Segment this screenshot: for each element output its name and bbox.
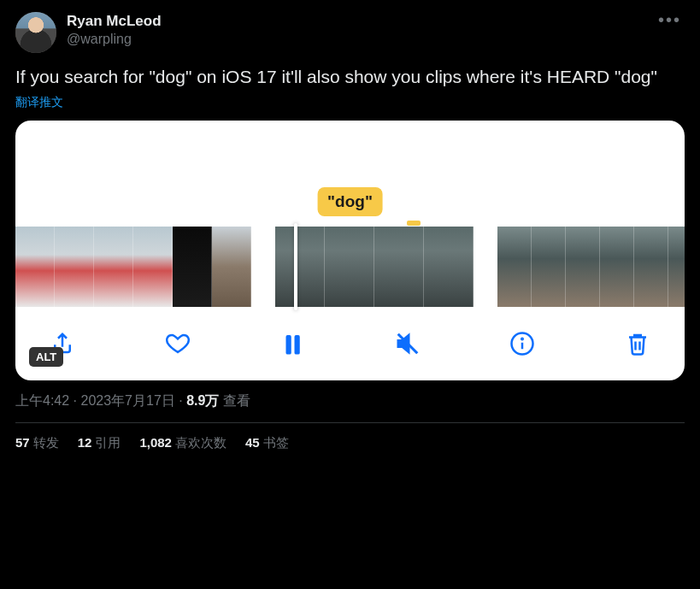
thumbnail[interactable] [374, 227, 424, 307]
clip-group-3[interactable] [497, 227, 685, 307]
thumbnail[interactable] [424, 227, 474, 307]
likes-stat[interactable]: 1,082喜欢次数 [139, 435, 226, 451]
alt-badge[interactable]: ALT [29, 347, 63, 367]
thumbnail[interactable] [325, 227, 374, 307]
tweet-text: If you search for "dog" on iOS 17 it'll … [15, 65, 685, 89]
thumbnail[interactable] [566, 227, 600, 307]
tweet-meta: 上午4:42 · 2023年7月17日 · 8.9万 查看 [15, 392, 685, 423]
svg-rect-0 [286, 335, 291, 355]
bookmarks-stat[interactable]: 45书签 [245, 435, 289, 451]
thumbnail[interactable] [15, 227, 55, 307]
thumbnail[interactable] [212, 227, 251, 307]
mute-icon[interactable] [393, 329, 422, 358]
tweet-time[interactable]: 上午4:42 [15, 393, 69, 408]
clip-group-1[interactable] [15, 227, 251, 307]
media-attachment[interactable]: "dog" [15, 121, 685, 380]
playhead[interactable] [294, 223, 297, 310]
thumbnail[interactable] [668, 227, 685, 307]
clip-group-2[interactable] [275, 227, 474, 307]
more-icon[interactable]: ••• [655, 12, 685, 27]
display-name[interactable]: Ryan McLeod [67, 12, 644, 31]
handle[interactable]: @warpling [67, 31, 644, 49]
views-label: 查看 [219, 393, 250, 408]
caption-bubble: "dog" [317, 187, 383, 216]
caption-marker [407, 221, 421, 226]
translate-link[interactable]: 翻译推文 [15, 95, 63, 110]
heart-icon[interactable] [163, 329, 192, 358]
retweets-stat[interactable]: 57转发 [15, 435, 59, 451]
thumbnail[interactable] [497, 227, 532, 307]
thumbnail[interactable] [532, 227, 566, 307]
tweet-header: Ryan McLeod @warpling ••• [15, 12, 685, 53]
thumbnail[interactable] [634, 227, 668, 307]
thumbnail[interactable] [94, 227, 133, 307]
trash-icon[interactable] [623, 329, 652, 358]
info-icon[interactable] [508, 329, 537, 358]
avatar[interactable] [15, 12, 56, 53]
thumbnail[interactable] [133, 227, 173, 307]
tweet-stats: 57转发 12引用 1,082喜欢次数 45书签 [15, 423, 685, 451]
pause-icon[interactable] [278, 329, 307, 358]
views-count[interactable]: 8.9万 [186, 393, 219, 408]
thumbnail[interactable] [600, 227, 634, 307]
tweet-container: Ryan McLeod @warpling ••• If you search … [0, 0, 700, 460]
thumbnail[interactable] [275, 227, 325, 307]
author-names: Ryan McLeod @warpling [67, 12, 644, 49]
tweet-date[interactable]: 2023年7月17日 [80, 393, 174, 408]
svg-point-5 [522, 339, 524, 340]
media-toolbar [15, 317, 685, 380]
thumbnail[interactable] [173, 227, 212, 307]
quotes-stat[interactable]: 12引用 [78, 435, 121, 451]
svg-rect-1 [295, 335, 300, 355]
thumbnail[interactable] [55, 227, 94, 307]
